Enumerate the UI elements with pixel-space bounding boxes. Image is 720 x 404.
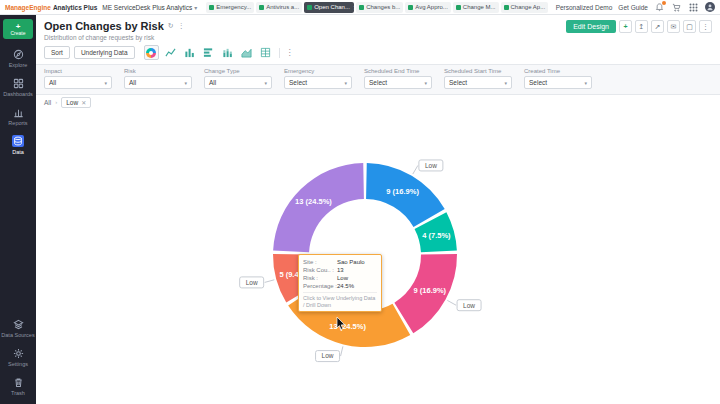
brand-logo[interactable]: ManageEngine Analytics Plus (5, 4, 97, 11)
more-vert-icon[interactable]: ⋮ (699, 20, 712, 33)
chevron-down-icon: ▾ (184, 80, 187, 86)
add-icon[interactable]: + (619, 20, 632, 33)
chart-type-switcher: ⋮ (144, 45, 294, 60)
tab-antivirus[interactable]: Antivirus a... (256, 2, 302, 13)
filter-bar: Impact All▾ Risk All▾ Change Type All▾ E… (36, 64, 720, 95)
sidebar: + Create Explore Dashboards Reports Da (0, 15, 36, 404)
segment-value-label: 13 (24.5%) (295, 197, 332, 206)
user-avatar[interactable] (705, 2, 715, 12)
sidebar-item-data-sources[interactable]: Data Sources (0, 314, 36, 342)
report-subtitle: Distribution of change requests by risk (44, 34, 185, 41)
sidebar-item-reports[interactable]: Reports (0, 102, 36, 130)
bar-chart-icon[interactable] (201, 45, 216, 60)
donut-chart-icon[interactable] (144, 45, 159, 60)
filter-change-type: Change Type All▾ (204, 68, 272, 89)
brand-manageengine: ManageEngine (5, 4, 51, 11)
breadcrumb-separator: › (55, 99, 57, 105)
filter-scheduled-end-time: Scheduled End Time Select▾ (364, 68, 432, 89)
apps-grid-icon[interactable] (688, 2, 699, 13)
notification-badge (662, 1, 666, 5)
fullscreen-icon[interactable]: ▢ (683, 20, 696, 33)
chevron-down-icon: ▾ (504, 80, 507, 86)
sidebar-item-explore[interactable]: Explore (0, 44, 36, 72)
topbar-right: Personalized Demo Get Guide (556, 2, 715, 13)
filter-created-time-select[interactable]: Select▾ (524, 76, 592, 89)
tab-open-changes[interactable]: Open Chan...✕ (304, 2, 354, 13)
risk-callout-label: Low (425, 162, 437, 169)
chevron-down-icon: ▾ (264, 80, 267, 86)
chevron-down-icon: ▾ (344, 80, 347, 86)
column-chart-icon[interactable] (182, 45, 197, 60)
export-icon[interactable]: ↥ (635, 20, 648, 33)
report-header: Open Changes by Risk ↻ ⋮ Distribution of… (36, 15, 720, 41)
trash-icon (12, 376, 24, 388)
get-guide-link[interactable]: Get Guide (618, 4, 648, 11)
personalized-demo-link[interactable]: Personalized Demo (556, 4, 613, 11)
layers-icon (12, 318, 24, 330)
chart-types-more-icon[interactable]: ⋮ (286, 48, 294, 57)
chart-tooltip: SiteSao Paulo Risk Cou..13 RiskLow Perce… (298, 254, 382, 312)
tab-emergency[interactable]: Emergency... (206, 2, 254, 13)
page-title: Open Changes by Risk (44, 20, 164, 32)
breadcrumb-chip-low[interactable]: Low ✕ (61, 97, 91, 108)
filter-emergency-select[interactable]: Select▾ (284, 76, 352, 89)
risk-callout-label: Low (246, 279, 258, 286)
breadcrumb-root[interactable]: All (44, 99, 51, 106)
sidebar-item-settings[interactable]: Settings (0, 343, 36, 371)
risk-callout-label: Low (463, 302, 475, 309)
segment-value-label: 9 (16.9%) (386, 187, 419, 196)
filter-impact: Impact All▾ (44, 68, 112, 89)
drill-breadcrumb: All › Low ✕ (36, 95, 720, 109)
report-toolbar: Sort Underlying Data (36, 41, 720, 64)
create-button[interactable]: + Create (3, 19, 33, 39)
cart-icon[interactable] (671, 2, 682, 13)
edit-design-button[interactable]: Edit Design (566, 20, 616, 33)
tab-change-ap[interactable]: Change Ap... (501, 2, 549, 13)
chevron-down-icon: ▾ (194, 4, 197, 11)
title-more-icon[interactable]: ⋮ (178, 22, 185, 30)
report-tab-icon (504, 5, 509, 10)
filter-created-time: Created Time Select▾ (524, 68, 592, 89)
share-icon[interactable]: ↗ (651, 20, 664, 33)
mail-icon[interactable]: ✉ (667, 20, 680, 33)
risk-callout-label: Low (322, 352, 334, 359)
report-tab-icon (307, 5, 312, 10)
notification-bell-icon[interactable] (654, 2, 665, 13)
workspace-selector[interactable]: ME ServiceDesk Plus Analytics ▾ (102, 4, 197, 11)
main-content: Open Changes by Risk ↻ ⋮ Distribution of… (36, 15, 720, 404)
table-chart-icon[interactable] (258, 45, 273, 60)
tab-avg-approval[interactable]: Avg Appro... (405, 2, 451, 13)
chevron-down-icon: ▾ (584, 80, 587, 86)
stacked-column-icon[interactable] (220, 45, 235, 60)
tab-close-icon[interactable]: ✕ (353, 4, 354, 11)
segment-value-label: 4 (7.5%) (422, 231, 451, 240)
filter-scheduled-start-select[interactable]: Select▾ (444, 76, 512, 89)
sort-button[interactable]: Sort (44, 46, 70, 59)
header-actions: Edit Design + ↥ ↗ ✉ ▢ ⋮ (566, 20, 712, 33)
topbar: ManageEngine Analytics Plus ME ServiceDe… (0, 0, 720, 15)
filter-risk-select[interactable]: All▾ (124, 76, 192, 89)
close-icon[interactable]: ✕ (81, 99, 86, 106)
filter-change-type-select[interactable]: All▾ (204, 76, 272, 89)
area-chart-icon[interactable] (239, 45, 254, 60)
chart-area: 9 (16.9%)Low4 (7.5%)9 (16.9%)Low13 (24.5… (36, 109, 720, 399)
sidebar-item-trash[interactable]: Trash (0, 372, 36, 400)
donut-segment-5[interactable] (273, 163, 364, 252)
segment-value-label: 13 (24.5%) (329, 322, 366, 331)
tooltip-hint: Click to View Underlying Data / Drill Do… (303, 292, 377, 308)
report-tab-icon (259, 5, 264, 10)
report-tab-icon (408, 5, 413, 10)
refresh-icon[interactable]: ↻ (168, 22, 174, 30)
line-chart-icon[interactable] (163, 45, 178, 60)
tab-change-m[interactable]: Change M... (453, 2, 499, 13)
brand-product: Analytics Plus (53, 4, 97, 11)
underlying-data-button[interactable]: Underlying Data (74, 46, 135, 59)
database-icon (12, 135, 24, 147)
filter-scheduled-end-select[interactable]: Select▾ (364, 76, 432, 89)
sidebar-item-data[interactable]: Data (0, 131, 36, 159)
sidebar-item-dashboards[interactable]: Dashboards (0, 73, 36, 101)
chevron-down-icon: ▾ (104, 80, 107, 86)
tab-changes-b[interactable]: Changes b... (356, 2, 403, 13)
filter-impact-select[interactable]: All▾ (44, 76, 112, 89)
gear-icon (12, 347, 24, 359)
